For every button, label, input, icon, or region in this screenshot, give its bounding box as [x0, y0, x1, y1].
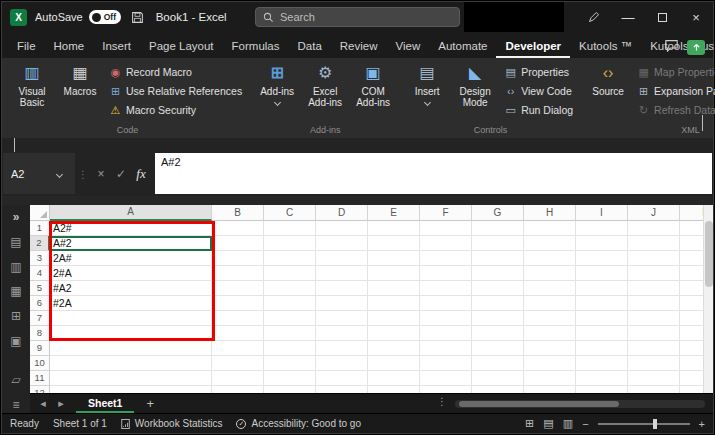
cell-K2[interactable] — [680, 236, 703, 251]
cell-C12[interactable] — [264, 386, 316, 393]
cell-K10[interactable] — [680, 356, 703, 371]
cell-F12[interactable] — [420, 386, 472, 393]
cell-A4[interactable]: 2#A — [50, 266, 212, 281]
cell-A11[interactable] — [50, 371, 212, 386]
cell-B7[interactable] — [212, 311, 264, 326]
cell-B10[interactable] — [212, 356, 264, 371]
cell-H10[interactable] — [524, 356, 576, 371]
tab-insert[interactable]: Insert — [93, 35, 140, 58]
zoom-slider-thumb[interactable] — [653, 419, 657, 429]
cell-A6[interactable]: #2A — [50, 296, 212, 311]
tab-review[interactable]: Review — [331, 35, 387, 58]
comments-button[interactable] — [664, 39, 679, 55]
row-header-10[interactable]: 10 — [30, 356, 50, 371]
row-header-11[interactable]: 11 — [30, 371, 50, 386]
cell-C9[interactable] — [264, 341, 316, 356]
source-button[interactable]: ‹› Source — [585, 61, 631, 119]
cell-D8[interactable] — [316, 326, 368, 341]
nav-pane-names-icon[interactable]: ⊞ — [11, 308, 21, 324]
cell-A9[interactable] — [50, 341, 212, 356]
horizontal-scrollbar-thumb[interactable] — [459, 401, 619, 407]
cell-D10[interactable] — [316, 356, 368, 371]
sheet-bar-more-button[interactable]: ⋮ — [437, 396, 447, 407]
cell-A1[interactable]: A2# — [50, 221, 212, 236]
cell-D1[interactable] — [316, 221, 368, 236]
formula-input[interactable]: A#2 — [155, 153, 712, 194]
cell-I12[interactable] — [576, 386, 628, 393]
cell-J4[interactable] — [628, 266, 680, 281]
cell-A7[interactable] — [50, 311, 212, 326]
cell-J12[interactable] — [628, 386, 680, 393]
cell-E6[interactable] — [368, 296, 420, 311]
cell-I10[interactable] — [576, 356, 628, 371]
cell-B8[interactable] — [212, 326, 264, 341]
cell-G7[interactable] — [472, 311, 524, 326]
cell-D2[interactable] — [316, 236, 368, 251]
cell-I1[interactable] — [576, 221, 628, 236]
cell-E10[interactable] — [368, 356, 420, 371]
row-header-12[interactable]: 12 — [30, 386, 50, 393]
cell-B11[interactable] — [212, 371, 264, 386]
cell-D5[interactable] — [316, 281, 368, 296]
cell-C2[interactable] — [264, 236, 316, 251]
tab-formulas[interactable]: Formulas — [223, 35, 289, 58]
nav-pane-workbook-icon[interactable]: ▤ — [10, 234, 21, 250]
cell-G12[interactable] — [472, 386, 524, 393]
cell-A3[interactable]: 2A# — [50, 251, 212, 266]
cell-J9[interactable] — [628, 341, 680, 356]
share-button[interactable] — [687, 40, 705, 55]
cell-H11[interactable] — [524, 371, 576, 386]
normal-view-button[interactable]: ⊞ — [525, 417, 534, 430]
cell-A5[interactable]: #A2 — [50, 281, 212, 296]
confirm-entry-button[interactable]: ✓ — [111, 152, 131, 196]
maximize-button[interactable] — [645, 2, 679, 32]
cell-A12[interactable] — [50, 386, 212, 393]
cell-C11[interactable] — [264, 371, 316, 386]
cell-H9[interactable] — [524, 341, 576, 356]
nav-pane-advanced-icon[interactable]: ≡ — [12, 397, 19, 413]
nav-pane-edit-icon[interactable]: ▱ — [11, 372, 20, 388]
cell-E5[interactable] — [368, 281, 420, 296]
column-header-B[interactable]: B — [212, 205, 264, 221]
record-macro-button[interactable]: ◉ Record Macro — [105, 63, 246, 81]
addins-button[interactable]: ⊞ Add-ins — [254, 61, 300, 119]
cell-B9[interactable] — [212, 341, 264, 356]
cell-I6[interactable] — [576, 296, 628, 311]
cell-F1[interactable] — [420, 221, 472, 236]
qat-customize-button[interactable] — [14, 138, 15, 153]
excel-logo-icon[interactable]: X — [10, 9, 27, 26]
cell-H8[interactable] — [524, 326, 576, 341]
search-box[interactable] — [255, 7, 460, 27]
cell-I8[interactable] — [576, 326, 628, 341]
cell-E11[interactable] — [368, 371, 420, 386]
zoom-slider[interactable] — [598, 423, 690, 425]
cell-A2[interactable]: A#2 — [50, 236, 212, 251]
cell-F5[interactable] — [420, 281, 472, 296]
next-sheet-button[interactable]: ▸ — [54, 397, 68, 410]
minimize-button[interactable]: — — [611, 2, 645, 32]
cell-J10[interactable] — [628, 356, 680, 371]
vertical-scrollbar[interactable] — [703, 205, 713, 393]
view-code-button[interactable]: ‹› View Code — [500, 82, 577, 100]
cell-K4[interactable] — [680, 266, 703, 281]
cell-C1[interactable] — [264, 221, 316, 236]
column-header-D[interactable]: D — [316, 205, 368, 221]
cancel-entry-button[interactable]: × — [91, 152, 111, 196]
cell-E2[interactable] — [368, 236, 420, 251]
cell-H1[interactable] — [524, 221, 576, 236]
cell-D7[interactable] — [316, 311, 368, 326]
cell-J11[interactable] — [628, 371, 680, 386]
row-header-3[interactable]: 3 — [30, 251, 50, 266]
cell-I2[interactable] — [576, 236, 628, 251]
cell-K7[interactable] — [680, 311, 703, 326]
cell-E9[interactable] — [368, 341, 420, 356]
tab-home[interactable]: Home — [45, 35, 94, 58]
insert-function-button[interactable]: fx — [131, 152, 151, 196]
cell-C7[interactable] — [264, 311, 316, 326]
column-header-I[interactable]: I — [576, 205, 628, 221]
use-relative-references-button[interactable]: ⊞ Use Relative References — [105, 82, 246, 100]
cell-K9[interactable] — [680, 341, 703, 356]
cell-J7[interactable] — [628, 311, 680, 326]
row-header-1[interactable]: 1 — [30, 221, 50, 236]
cell-D6[interactable] — [316, 296, 368, 311]
